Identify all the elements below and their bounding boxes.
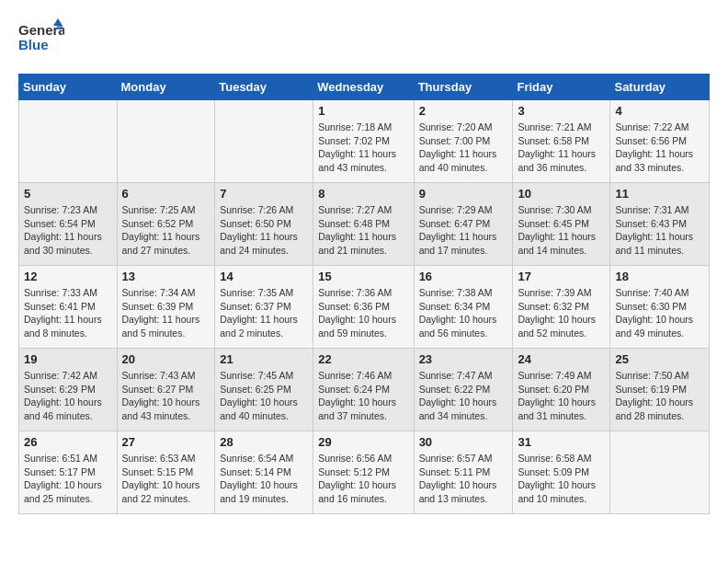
header-day-tuesday: Tuesday xyxy=(215,75,313,100)
calendar-week-row: 5Sunrise: 7:23 AM Sunset: 6:54 PM Daylig… xyxy=(19,183,710,266)
day-number: 25 xyxy=(615,352,704,366)
logo: General Blue xyxy=(18,18,64,59)
calendar-cell: 28Sunrise: 6:54 AM Sunset: 5:14 PM Dayli… xyxy=(215,431,313,514)
svg-text:Blue: Blue xyxy=(18,37,49,52)
day-info: Sunrise: 7:25 AM Sunset: 6:52 PM Dayligh… xyxy=(122,203,210,258)
header-day-wednesday: Wednesday xyxy=(313,75,414,100)
calendar-cell: 13Sunrise: 7:34 AM Sunset: 6:39 PM Dayli… xyxy=(117,266,215,349)
calendar-cell: 11Sunrise: 7:31 AM Sunset: 6:43 PM Dayli… xyxy=(610,183,710,266)
day-info: Sunrise: 6:53 AM Sunset: 5:15 PM Dayligh… xyxy=(122,452,210,506)
calendar-cell: 30Sunrise: 6:57 AM Sunset: 5:11 PM Dayli… xyxy=(414,431,513,514)
day-number: 27 xyxy=(122,435,210,449)
calendar-cell: 14Sunrise: 7:35 AM Sunset: 6:37 PM Dayli… xyxy=(215,266,313,349)
calendar-cell: 12Sunrise: 7:33 AM Sunset: 6:41 PM Dayli… xyxy=(19,266,118,349)
header-day-saturday: Saturday xyxy=(610,75,710,100)
day-info: Sunrise: 7:36 AM Sunset: 6:36 PM Dayligh… xyxy=(318,286,408,340)
calendar-cell: 21Sunrise: 7:45 AM Sunset: 6:25 PM Dayli… xyxy=(215,349,313,431)
calendar-cell: 22Sunrise: 7:46 AM Sunset: 6:24 PM Dayli… xyxy=(313,349,414,431)
day-number: 10 xyxy=(518,187,605,201)
calendar-cell: 2Sunrise: 7:20 AM Sunset: 7:00 PM Daylig… xyxy=(414,100,513,183)
day-number: 9 xyxy=(419,187,508,201)
calendar-cell: 25Sunrise: 7:50 AM Sunset: 6:19 PM Dayli… xyxy=(610,349,710,431)
page-header: General Blue xyxy=(18,18,710,59)
day-info: Sunrise: 7:20 AM Sunset: 7:00 PM Dayligh… xyxy=(419,121,508,175)
day-number: 29 xyxy=(318,435,408,449)
calendar-body: 1Sunrise: 7:18 AM Sunset: 7:02 PM Daylig… xyxy=(19,100,710,514)
calendar-cell: 29Sunrise: 6:56 AM Sunset: 5:12 PM Dayli… xyxy=(313,431,414,514)
calendar-cell: 15Sunrise: 7:36 AM Sunset: 6:36 PM Dayli… xyxy=(313,266,414,349)
day-number: 14 xyxy=(220,270,308,283)
day-number: 2 xyxy=(419,104,508,118)
day-info: Sunrise: 6:56 AM Sunset: 5:12 PM Dayligh… xyxy=(318,452,408,506)
day-info: Sunrise: 7:49 AM Sunset: 6:20 PM Dayligh… xyxy=(518,369,605,423)
day-info: Sunrise: 7:26 AM Sunset: 6:50 PM Dayligh… xyxy=(220,203,308,258)
day-number: 1 xyxy=(318,104,408,118)
day-info: Sunrise: 7:27 AM Sunset: 6:48 PM Dayligh… xyxy=(318,203,408,258)
header-day-monday: Monday xyxy=(117,75,215,100)
calendar-cell: 4Sunrise: 7:22 AM Sunset: 6:56 PM Daylig… xyxy=(610,100,710,183)
day-number: 19 xyxy=(24,352,112,366)
day-info: Sunrise: 7:34 AM Sunset: 6:39 PM Dayligh… xyxy=(122,286,210,340)
calendar-cell: 23Sunrise: 7:47 AM Sunset: 6:22 PM Dayli… xyxy=(414,349,513,431)
calendar-cell xyxy=(215,100,313,183)
calendar-cell: 1Sunrise: 7:18 AM Sunset: 7:02 PM Daylig… xyxy=(313,100,414,183)
calendar-cell: 31Sunrise: 6:58 AM Sunset: 5:09 PM Dayli… xyxy=(513,431,610,514)
day-number: 21 xyxy=(220,352,308,366)
day-number: 28 xyxy=(220,435,308,449)
day-number: 12 xyxy=(24,270,112,283)
header-day-sunday: Sunday xyxy=(19,75,118,100)
header-day-friday: Friday xyxy=(513,75,610,100)
calendar-week-row: 1Sunrise: 7:18 AM Sunset: 7:02 PM Daylig… xyxy=(19,100,710,183)
day-number: 3 xyxy=(518,104,605,118)
day-info: Sunrise: 7:40 AM Sunset: 6:30 PM Dayligh… xyxy=(615,286,704,340)
day-info: Sunrise: 6:57 AM Sunset: 5:11 PM Dayligh… xyxy=(419,452,508,506)
day-number: 13 xyxy=(122,270,210,283)
calendar-cell: 5Sunrise: 7:23 AM Sunset: 6:54 PM Daylig… xyxy=(19,183,118,266)
day-number: 11 xyxy=(615,187,704,201)
day-info: Sunrise: 7:45 AM Sunset: 6:25 PM Dayligh… xyxy=(220,369,308,423)
calendar-week-row: 12Sunrise: 7:33 AM Sunset: 6:41 PM Dayli… xyxy=(19,266,710,349)
calendar-cell: 3Sunrise: 7:21 AM Sunset: 6:58 PM Daylig… xyxy=(513,100,610,183)
day-number: 23 xyxy=(419,352,508,366)
day-number: 5 xyxy=(24,187,112,201)
logo-icon: General Blue xyxy=(18,18,64,55)
calendar-cell: 8Sunrise: 7:27 AM Sunset: 6:48 PM Daylig… xyxy=(313,183,414,266)
day-info: Sunrise: 7:33 AM Sunset: 6:41 PM Dayligh… xyxy=(24,286,112,340)
day-number: 26 xyxy=(24,435,112,449)
calendar-week-row: 19Sunrise: 7:42 AM Sunset: 6:29 PM Dayli… xyxy=(19,349,710,431)
calendar-cell xyxy=(117,100,215,183)
day-info: Sunrise: 7:21 AM Sunset: 6:58 PM Dayligh… xyxy=(518,121,605,175)
day-info: Sunrise: 7:31 AM Sunset: 6:43 PM Dayligh… xyxy=(615,203,704,258)
calendar-cell: 17Sunrise: 7:39 AM Sunset: 6:32 PM Dayli… xyxy=(513,266,610,349)
calendar-cell: 26Sunrise: 6:51 AM Sunset: 5:17 PM Dayli… xyxy=(19,431,118,514)
day-number: 4 xyxy=(615,104,704,118)
day-info: Sunrise: 7:39 AM Sunset: 6:32 PM Dayligh… xyxy=(518,286,605,340)
calendar-cell xyxy=(19,100,118,183)
header-day-thursday: Thursday xyxy=(414,75,513,100)
calendar-cell: 6Sunrise: 7:25 AM Sunset: 6:52 PM Daylig… xyxy=(117,183,215,266)
day-number: 17 xyxy=(518,270,605,283)
day-number: 22 xyxy=(318,352,408,366)
calendar-cell: 19Sunrise: 7:42 AM Sunset: 6:29 PM Dayli… xyxy=(19,349,118,431)
calendar-cell: 7Sunrise: 7:26 AM Sunset: 6:50 PM Daylig… xyxy=(215,183,313,266)
day-info: Sunrise: 6:54 AM Sunset: 5:14 PM Dayligh… xyxy=(220,452,308,506)
day-number: 8 xyxy=(318,187,408,201)
day-number: 15 xyxy=(318,270,408,283)
calendar-cell: 20Sunrise: 7:43 AM Sunset: 6:27 PM Dayli… xyxy=(117,349,215,431)
day-info: Sunrise: 7:18 AM Sunset: 7:02 PM Dayligh… xyxy=(318,121,408,175)
calendar-cell xyxy=(610,431,710,514)
day-info: Sunrise: 7:47 AM Sunset: 6:22 PM Dayligh… xyxy=(419,369,508,423)
day-number: 6 xyxy=(122,187,210,201)
calendar-week-row: 26Sunrise: 6:51 AM Sunset: 5:17 PM Dayli… xyxy=(19,431,710,514)
day-info: Sunrise: 7:42 AM Sunset: 6:29 PM Dayligh… xyxy=(24,369,112,423)
day-info: Sunrise: 7:50 AM Sunset: 6:19 PM Dayligh… xyxy=(615,369,704,423)
day-info: Sunrise: 6:51 AM Sunset: 5:17 PM Dayligh… xyxy=(24,452,112,506)
calendar-cell: 18Sunrise: 7:40 AM Sunset: 6:30 PM Dayli… xyxy=(610,266,710,349)
day-number: 7 xyxy=(220,187,308,201)
calendar-cell: 27Sunrise: 6:53 AM Sunset: 5:15 PM Dayli… xyxy=(117,431,215,514)
day-info: Sunrise: 7:23 AM Sunset: 6:54 PM Dayligh… xyxy=(24,203,112,258)
calendar-table: SundayMondayTuesdayWednesdayThursdayFrid… xyxy=(18,74,710,514)
day-number: 20 xyxy=(122,352,210,366)
calendar-header-row: SundayMondayTuesdayWednesdayThursdayFrid… xyxy=(19,75,710,100)
day-info: Sunrise: 7:22 AM Sunset: 6:56 PM Dayligh… xyxy=(615,121,704,175)
